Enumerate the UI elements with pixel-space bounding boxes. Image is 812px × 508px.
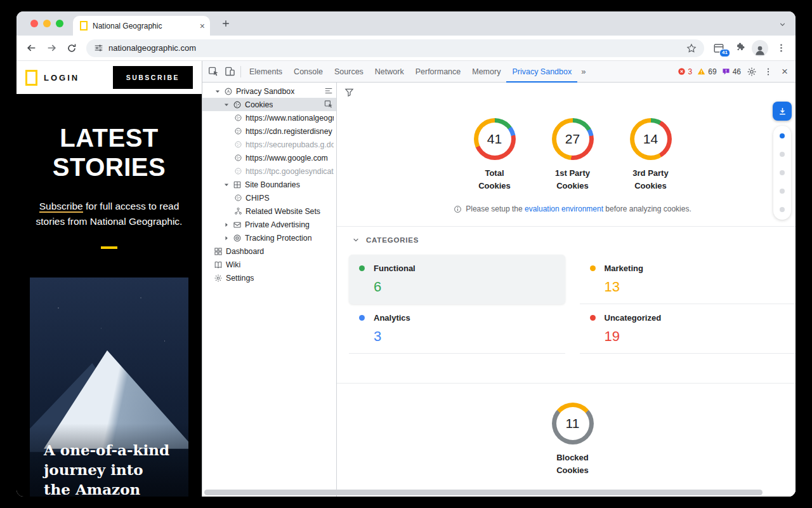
error-icon bbox=[678, 67, 686, 76]
uncategorized-dot bbox=[590, 315, 596, 321]
promo-text: Subscribe for full access to read storie… bbox=[29, 199, 189, 229]
device-toolbar-button[interactable] bbox=[221, 64, 238, 80]
inspect-element-button[interactable] bbox=[205, 64, 221, 80]
category-analytics[interactable]: Analytics 3 bbox=[349, 304, 565, 354]
chevron-expanded-icon[interactable] bbox=[214, 88, 221, 95]
extensions-button[interactable] bbox=[730, 39, 749, 58]
tree-item-private-advertising[interactable]: Private Advertising bbox=[202, 218, 336, 231]
donut-ring: 11 bbox=[552, 403, 594, 444]
tree-item-cookies[interactable]: Cookies bbox=[202, 98, 336, 111]
categories-section-header[interactable]: CATEGORIES bbox=[352, 236, 796, 244]
natgeo-favicon bbox=[80, 21, 88, 30]
nav-dot[interactable] bbox=[780, 170, 785, 175]
tree-item-wiki[interactable]: Wiki bbox=[202, 258, 336, 271]
forward-button[interactable] bbox=[42, 39, 61, 58]
tree-label: https://www.nationalgeogr bbox=[246, 114, 334, 123]
tree-label: Dashboard bbox=[226, 247, 264, 256]
cookie-icon bbox=[234, 127, 242, 135]
tree-item-dashboard[interactable]: Dashboard bbox=[202, 244, 336, 258]
chevron-collapsed-icon[interactable] bbox=[223, 235, 230, 241]
url-text: nationalgeographic.com bbox=[108, 43, 681, 53]
natgeo-logo[interactable] bbox=[25, 70, 37, 86]
download-report-button[interactable] bbox=[773, 102, 792, 121]
private-advertising-icon bbox=[233, 220, 242, 229]
tab-close-icon[interactable]: × bbox=[200, 22, 205, 30]
close-window-button[interactable] bbox=[30, 20, 38, 27]
profile-avatar[interactable] bbox=[752, 40, 768, 57]
subscribe-button[interactable]: SUBSCRIBE bbox=[113, 66, 193, 89]
analytics-dot bbox=[359, 315, 365, 321]
nav-dot[interactable] bbox=[780, 133, 785, 138]
category-count: 6 bbox=[374, 279, 555, 295]
privacy-sandbox-icon bbox=[224, 87, 233, 96]
tab-performance[interactable]: Performance bbox=[410, 61, 467, 83]
nav-dot[interactable] bbox=[780, 207, 785, 212]
devtools-tabbar: Elements Console Sources Network Perform… bbox=[202, 61, 796, 83]
horizontal-scrollbar[interactable] bbox=[204, 490, 763, 495]
frame-inspect-icon[interactable] bbox=[324, 100, 333, 110]
tree-item-settings[interactable]: Settings bbox=[202, 271, 336, 284]
address-bar[interactable]: nationalgeographic.com bbox=[86, 39, 704, 57]
tree-item-cookie-origin[interactable]: https://www.google.com bbox=[202, 151, 336, 164]
tab-privacy-sandbox[interactable]: Privacy Sandbox bbox=[506, 61, 577, 83]
tree-item-cookie-origin[interactable]: https://tpc.googlesyndicat bbox=[202, 164, 336, 178]
tree-item-cookie-origin[interactable]: https://cdn.registerdisney bbox=[202, 124, 336, 138]
tab-strip: National Geographic × bbox=[16, 11, 796, 36]
tree-item-related-website-sets[interactable]: Related Website Sets bbox=[202, 204, 336, 218]
cookie-icon bbox=[234, 114, 242, 122]
filter-icon[interactable] bbox=[344, 88, 354, 100]
chevron-down-icon bbox=[352, 236, 360, 244]
hero-caption: A one-of-a-kind journey into the Amazon bbox=[30, 440, 188, 497]
tab-sources[interactable]: Sources bbox=[329, 61, 369, 83]
tree-item-site-boundaries[interactable]: Site Boundaries bbox=[202, 178, 336, 191]
tab-network[interactable]: Network bbox=[369, 61, 410, 83]
tab-console[interactable]: Console bbox=[288, 61, 329, 83]
nav-dot[interactable] bbox=[780, 152, 785, 157]
tab-elements[interactable]: Elements bbox=[244, 61, 288, 83]
yellow-divider bbox=[101, 246, 117, 249]
tree-item-tracking-protection[interactable]: Tracking Protection bbox=[202, 231, 336, 244]
error-counter[interactable]: 3 bbox=[678, 67, 693, 76]
tree-item-cookie-origin[interactable]: https://www.nationalgeogr bbox=[202, 111, 336, 124]
privacy-sandbox-tree: Privacy Sandbox Cookies https://www.nati… bbox=[202, 83, 337, 497]
marketing-dot bbox=[590, 265, 596, 271]
devtools-settings-button[interactable] bbox=[743, 64, 760, 80]
chevron-collapsed-icon[interactable] bbox=[223, 222, 230, 228]
privacy-sandbox-extension-button[interactable]: 41 bbox=[709, 39, 728, 58]
chevron-expanded-icon[interactable] bbox=[223, 102, 230, 108]
browser-tab[interactable]: National Geographic × bbox=[73, 16, 210, 36]
tree-item-cookie-origin[interactable]: https://securepubads.g.do bbox=[202, 138, 336, 151]
issues-counter[interactable]: 46 bbox=[722, 67, 741, 76]
reload-button[interactable] bbox=[62, 39, 81, 58]
warning-counter[interactable]: 69 bbox=[697, 67, 716, 76]
tree-item-chips[interactable]: CHIPS bbox=[202, 191, 336, 204]
evaluation-environment-link[interactable]: evaluation environment bbox=[525, 204, 603, 213]
bookmark-star-icon[interactable] bbox=[686, 43, 697, 53]
category-functional[interactable]: Functional 6 bbox=[349, 255, 565, 304]
nav-dot[interactable] bbox=[780, 189, 785, 194]
fullscreen-window-button[interactable] bbox=[56, 20, 63, 27]
new-tab-button[interactable] bbox=[218, 16, 233, 31]
tab-memory[interactable]: Memory bbox=[466, 61, 506, 83]
minimize-window-button[interactable] bbox=[43, 20, 51, 27]
back-button[interactable] bbox=[22, 39, 41, 58]
category-uncategorized[interactable]: Uncategorized 19 bbox=[580, 304, 796, 354]
subscribe-link[interactable]: Subscribe bbox=[39, 201, 83, 213]
donut-ring: 14 bbox=[630, 118, 672, 160]
panel-menu-icon[interactable] bbox=[324, 86, 333, 97]
chevron-expanded-icon[interactable] bbox=[223, 182, 230, 188]
cookie-icon bbox=[233, 100, 242, 109]
more-tabs-button[interactable]: » bbox=[577, 67, 589, 76]
tab-search-button[interactable] bbox=[778, 20, 787, 31]
warning-icon bbox=[697, 67, 705, 76]
category-marketing[interactable]: Marketing 13 bbox=[580, 255, 796, 304]
devtools-close-button[interactable]: × bbox=[776, 64, 793, 80]
total-cookies-donut: 41 Total Cookies bbox=[468, 118, 521, 192]
login-link[interactable]: LOGIN bbox=[44, 73, 79, 83]
hero-image[interactable]: A one-of-a-kind journey into the Amazon bbox=[30, 277, 188, 497]
browser-menu-button[interactable] bbox=[771, 39, 790, 58]
tab-title: National Geographic bbox=[93, 22, 195, 30]
person-icon bbox=[754, 44, 766, 57]
tree-item-privacy-sandbox[interactable]: Privacy Sandbox bbox=[202, 84, 336, 98]
devtools-menu-button[interactable] bbox=[760, 64, 776, 80]
